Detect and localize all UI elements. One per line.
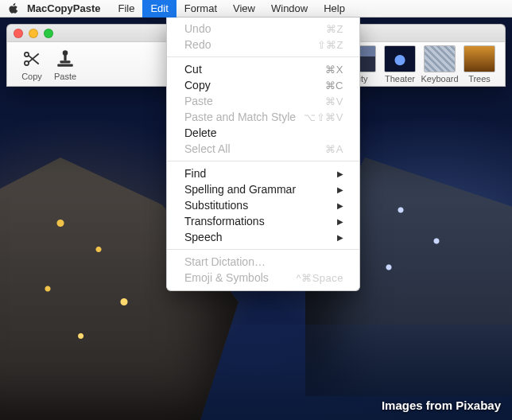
menu-item-cut[interactable]: Cut⌘X [167,61,359,77]
menu-help[interactable]: Help [316,0,353,18]
minimize-button[interactable] [29,29,38,38]
toolbar-thumbnails: City Theater Keyboard Trees [343,45,497,84]
menu-item-emoji-symbols: Emoji & Symbols^⌘Space [167,270,359,286]
menu-item-shortcut: ⌘X [325,64,343,76]
toolbar-paste[interactable]: Paste [48,48,82,81]
scissors-icon [21,48,43,70]
menu-item-paste-and-match-style: Paste and Match Style⌥⇧⌘V [167,109,359,125]
menu-separator [167,249,359,250]
menu-item-paste: Paste⌘V [167,93,359,109]
menu-item-shortcut: ⌘A [325,143,343,155]
thumb-trees-label: Trees [468,74,491,84]
thumb-theater[interactable]: Theater [382,45,417,84]
menu-item-substitutions[interactable]: Substitutions▶ [167,197,359,213]
menu-item-shortcut: ⇧⌘Z [317,39,343,51]
menu-item-find[interactable]: Find▶ [167,165,359,181]
menu-item-label: Speech [184,231,222,243]
svg-rect-5 [60,60,71,63]
menu-item-label: Cut [184,63,202,76]
menu-item-shortcut: ^⌘Space [297,272,343,284]
menu-item-label: Undo [184,22,211,35]
menu-item-copy[interactable]: Copy⌘C [167,77,359,93]
svg-line-2 [29,55,39,64]
menu-item-transformations[interactable]: Transformations▶ [167,213,359,229]
menu-separator [167,56,359,57]
toolbar-paste-label: Paste [54,72,76,81]
menu-item-spelling-and-grammar[interactable]: Spelling and Grammar▶ [167,181,359,197]
menu-item-label: Find [184,167,206,180]
system-menubar: MacCopyPaste File Edit Format View Windo… [0,0,512,18]
menu-item-undo: Undo⌘Z [167,21,359,37]
menu-item-select-all: Select All⌘A [167,141,359,157]
submenu-arrow-icon: ▶ [337,233,343,242]
menu-item-delete[interactable]: Delete [167,125,359,141]
submenu-arrow-icon: ▶ [337,169,343,178]
menu-item-start-dictation: Start Dictation… [167,254,359,270]
edit-dropdown: Undo⌘ZRedo⇧⌘ZCut⌘XCopy⌘CPaste⌘VPaste and… [166,18,360,291]
menu-item-label: Start Dictation… [184,255,266,268]
menu-item-label: Select All [184,142,231,155]
thumb-keyboard-image [424,45,456,72]
submenu-arrow-icon: ▶ [337,201,343,210]
menu-separator [167,161,359,161]
svg-line-3 [29,53,39,62]
menu-item-label: Copy [184,79,211,91]
thumb-trees-image [464,45,495,72]
traffic-lights [14,29,53,38]
thumb-keyboard-label: Keyboard [421,74,458,84]
thumb-keyboard[interactable]: Keyboard [422,45,457,84]
menu-item-label: Spelling and Grammar [184,183,296,196]
menu-format[interactable]: Format [176,0,225,18]
menu-item-shortcut: ⌥⇧⌘V [304,111,343,123]
zoom-button[interactable] [44,29,53,38]
menu-window[interactable]: Window [263,0,316,18]
thumb-theater-image [384,45,416,72]
toolbar-copy-label: Copy [21,72,42,81]
active-app-name[interactable]: MacCopyPaste [27,2,100,14]
svg-rect-6 [64,54,66,60]
apple-menu-icon[interactable] [8,3,19,14]
submenu-arrow-icon: ▶ [337,217,343,226]
toolbar-copy[interactable]: Copy [15,48,48,81]
menu-item-label: Substitutions [184,199,248,212]
menu-edit[interactable]: Edit [142,0,176,18]
menu-item-shortcut: ⌘Z [326,23,343,35]
thumb-trees[interactable]: Trees [462,45,497,84]
stamp-icon [54,48,76,70]
menu-item-label: Delete [184,126,216,139]
submenu-arrow-icon: ▶ [337,185,343,194]
menu-item-redo: Redo⇧⌘Z [167,37,359,52]
svg-rect-4 [57,64,73,66]
thumb-theater-label: Theater [385,74,415,84]
image-credit: Images from Pixabay [382,399,501,412]
close-button[interactable] [14,29,23,38]
menu-view[interactable]: View [225,0,263,18]
menu-item-speech[interactable]: Speech▶ [167,229,359,245]
menu-item-label: Transformations [184,215,265,228]
menu-item-shortcut: ⌘C [325,80,343,91]
menu-item-label: Paste and Match Style [184,111,296,123]
svg-point-7 [63,50,68,55]
menu-file[interactable]: File [110,0,142,18]
menu-item-shortcut: ⌘V [325,95,343,107]
menus: File Edit Format View Window Help [110,0,352,18]
menu-item-label: Paste [184,95,213,107]
menu-item-label: Emoji & Symbols [184,271,269,284]
menu-item-label: Redo [184,38,211,51]
